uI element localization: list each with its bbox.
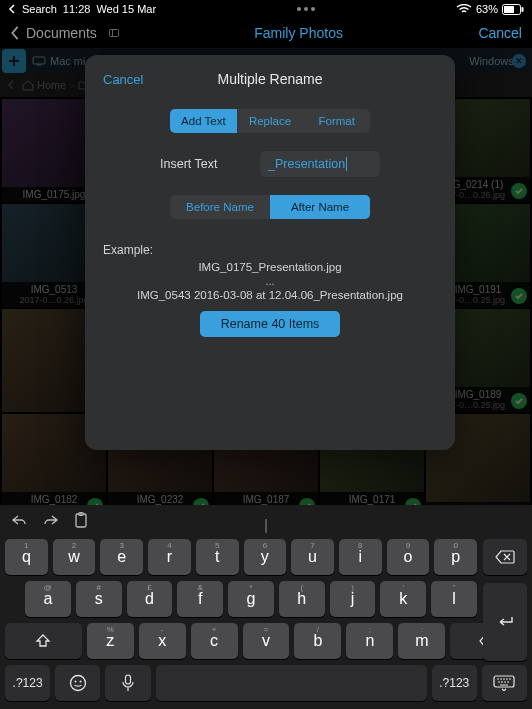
key-a[interactable]: @a bbox=[25, 581, 71, 617]
microphone-icon bbox=[122, 674, 134, 692]
dismiss-keyboard-key[interactable] bbox=[482, 665, 527, 701]
key-w[interactable]: 2w bbox=[53, 539, 96, 575]
back-button[interactable]: Documents bbox=[10, 25, 119, 41]
wifi-icon bbox=[456, 4, 472, 14]
key-s[interactable]: #s bbox=[76, 581, 122, 617]
insert-text-field[interactable]: _Presentation bbox=[260, 151, 380, 177]
insert-text-label: Insert Text bbox=[160, 157, 240, 171]
keyboard-handle-icon[interactable] bbox=[265, 519, 267, 533]
key-x[interactable]: -x bbox=[139, 623, 186, 659]
svg-point-12 bbox=[70, 676, 85, 691]
example-ellipsis: ... bbox=[103, 275, 437, 287]
example-line-1: IMG_0175_Presentation.jpg bbox=[103, 261, 437, 273]
return-icon bbox=[495, 615, 515, 629]
chevron-left-icon bbox=[8, 4, 16, 14]
svg-point-1 bbox=[304, 7, 308, 11]
svg-rect-5 bbox=[521, 7, 523, 12]
key-g[interactable]: *g bbox=[228, 581, 274, 617]
key-v[interactable]: =v bbox=[243, 623, 290, 659]
battery-pct: 63% bbox=[476, 3, 498, 15]
nav-cancel-button[interactable]: Cancel bbox=[478, 25, 522, 41]
emoji-key[interactable] bbox=[55, 665, 100, 701]
clipboard-icon[interactable] bbox=[74, 512, 88, 528]
key-t[interactable]: 5t bbox=[196, 539, 239, 575]
redo-icon[interactable] bbox=[42, 513, 60, 527]
status-time: 11:28 bbox=[63, 3, 91, 15]
numbers-key[interactable]: .?123 bbox=[5, 665, 50, 701]
key-f[interactable]: &f bbox=[177, 581, 223, 617]
rename-button[interactable]: Rename 40 Items bbox=[200, 311, 340, 337]
back-label: Documents bbox=[26, 25, 97, 41]
key-d[interactable]: £d bbox=[127, 581, 173, 617]
svg-rect-15 bbox=[125, 675, 130, 684]
position-segment[interactable]: Before Name After Name bbox=[170, 195, 370, 219]
numbers-key-right[interactable]: .?123 bbox=[432, 665, 477, 701]
status-back[interactable]: Search bbox=[22, 3, 57, 15]
dictation-key[interactable] bbox=[105, 665, 150, 701]
seg-before-name[interactable]: Before Name bbox=[170, 195, 270, 219]
keyboard: 1q2w3e4r5t6y7u8i9o0p @a#s£d&f*g(h)j'k"l … bbox=[0, 505, 532, 709]
sidebar-icon[interactable] bbox=[109, 26, 119, 40]
backspace-key-top[interactable] bbox=[483, 539, 527, 575]
rename-mode-segment[interactable]: Add Text Replace Format bbox=[170, 109, 370, 133]
key-n[interactable]: ;n bbox=[346, 623, 393, 659]
key-m[interactable]: :m bbox=[398, 623, 445, 659]
key-o[interactable]: 9o bbox=[387, 539, 430, 575]
svg-point-13 bbox=[74, 681, 76, 683]
rename-modal: Cancel Multiple Rename Add Text Replace … bbox=[85, 55, 455, 450]
modal-title: Multiple Rename bbox=[217, 71, 322, 87]
svg-point-14 bbox=[79, 681, 81, 683]
example-block: Example: IMG_0175_Presentation.jpg ... I… bbox=[103, 243, 437, 301]
undo-icon[interactable] bbox=[10, 513, 28, 527]
key-y[interactable]: 6y bbox=[244, 539, 287, 575]
status-date: Wed 15 Mar bbox=[96, 3, 156, 15]
key-r[interactable]: 4r bbox=[148, 539, 191, 575]
svg-rect-4 bbox=[504, 6, 514, 13]
status-bar: Search 11:28 Wed 15 Mar 63% bbox=[0, 0, 532, 18]
key-z[interactable]: %z bbox=[87, 623, 134, 659]
key-c[interactable]: +c bbox=[191, 623, 238, 659]
keyboard-toolbar bbox=[0, 505, 532, 535]
svg-point-2 bbox=[311, 7, 315, 11]
seg-format[interactable]: Format bbox=[303, 109, 370, 133]
seg-add-text[interactable]: Add Text bbox=[170, 109, 237, 133]
seg-replace[interactable]: Replace bbox=[237, 109, 304, 133]
example-label: Example: bbox=[103, 243, 437, 257]
key-b[interactable]: /b bbox=[294, 623, 341, 659]
backspace-icon bbox=[495, 550, 515, 564]
nav-bar: Documents Family Photos Cancel bbox=[0, 18, 532, 48]
svg-point-0 bbox=[297, 7, 301, 11]
battery-icon bbox=[502, 4, 524, 15]
shift-icon bbox=[35, 633, 51, 649]
multitask-dots-icon[interactable] bbox=[296, 6, 316, 12]
page-title: Family Photos bbox=[254, 25, 343, 41]
key-q[interactable]: 1q bbox=[5, 539, 48, 575]
shift-key[interactable] bbox=[5, 623, 82, 659]
modal-cancel-button[interactable]: Cancel bbox=[103, 72, 143, 87]
emoji-icon bbox=[69, 674, 87, 692]
key-u[interactable]: 7u bbox=[291, 539, 334, 575]
svg-rect-6 bbox=[109, 30, 118, 37]
key-j[interactable]: )j bbox=[330, 581, 376, 617]
key-l[interactable]: "l bbox=[431, 581, 477, 617]
seg-after-name[interactable]: After Name bbox=[270, 195, 370, 219]
key-h[interactable]: (h bbox=[279, 581, 325, 617]
keyboard-dismiss-icon bbox=[493, 675, 515, 691]
key-p[interactable]: 0p bbox=[434, 539, 477, 575]
key-e[interactable]: 3e bbox=[100, 539, 143, 575]
space-key[interactable] bbox=[156, 665, 427, 701]
key-i[interactable]: 8i bbox=[339, 539, 382, 575]
example-line-2: IMG_0543 2016-03-08 at 12.04.06_Presenta… bbox=[103, 289, 437, 301]
return-key[interactable] bbox=[483, 583, 527, 661]
key-k[interactable]: 'k bbox=[380, 581, 426, 617]
chevron-left-icon bbox=[10, 26, 20, 40]
insert-text-value: _Presentation bbox=[268, 157, 345, 171]
